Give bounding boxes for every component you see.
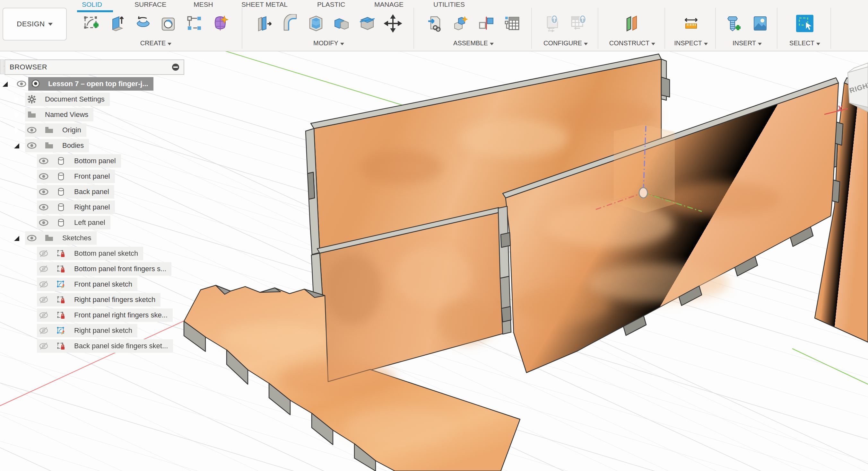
expanded-arrow-icon[interactable] [14, 143, 19, 148]
tab-manage[interactable]: MANAGE [374, 1, 403, 8]
browser-header[interactable]: BROWSER [4, 59, 184, 75]
visibility-eye-off-icon[interactable] [39, 341, 49, 351]
browser-grip[interactable] [0, 59, 4, 74]
tab-utilities[interactable]: UTILITIES [433, 1, 465, 8]
fillet-icon[interactable] [281, 14, 300, 33]
tab-mesh[interactable]: MESH [193, 1, 213, 8]
visibility-eye-icon[interactable] [39, 218, 49, 228]
visibility-eye-icon[interactable] [27, 233, 37, 243]
tree-row-bodies[interactable]: Bodies [0, 139, 193, 152]
tree-row-right-panel[interactable]: Right panel [0, 201, 193, 214]
sketch-editable-icon[interactable] [56, 326, 66, 335]
tree-row-origin[interactable]: Origin [0, 123, 193, 137]
split-body-icon[interactable] [358, 14, 376, 33]
visibility-eye-icon[interactable] [27, 141, 37, 150]
visibility-eye-icon[interactable] [39, 172, 49, 181]
collapsed-arrow-icon[interactable] [15, 127, 19, 133]
tree-row-left-panel[interactable]: Left panel [0, 216, 193, 229]
measure-icon[interactable] [682, 14, 701, 33]
tree-item[interactable]: Bottom panel front fingers s... [37, 262, 172, 276]
sketch-locked-icon[interactable] [56, 311, 66, 320]
folder-icon[interactable] [44, 233, 54, 243]
visibility-eye-icon[interactable] [39, 156, 49, 166]
revolve-icon[interactable] [134, 14, 153, 33]
tree-row-document-settings[interactable]: Document Settings [0, 92, 193, 106]
tree-row-bottom-panel-front-fingers-s[interactable]: Bottom panel front fingers s... [0, 262, 193, 276]
visibility-eye-icon[interactable] [27, 125, 37, 135]
create-sketch-icon[interactable] [83, 14, 101, 33]
tree-item[interactable]: Left panel [37, 216, 111, 229]
group-label-modify[interactable]: MODIFY [244, 39, 413, 47]
tree-row-named-views[interactable]: Named Views [0, 108, 193, 121]
insert-fastener-icon[interactable] [725, 14, 744, 33]
tree-item[interactable]: Bottom panel sketch [37, 247, 143, 260]
tree-row-bottom-panel[interactable]: Bottom panel [0, 154, 193, 168]
body-cylinder-icon[interactable] [56, 156, 66, 166]
tree-item[interactable]: Right panel sketch [37, 324, 137, 337]
construction-plane-icon[interactable] [623, 14, 642, 33]
tree-row-back-panel-side-fingers-sket[interactable]: Back panel side fingers sket... [0, 339, 193, 353]
sketch-editable-icon[interactable] [56, 279, 66, 289]
sketch-locked-icon[interactable] [56, 341, 66, 351]
tree-item[interactable]: Right panel [37, 201, 115, 214]
tab-surface[interactable]: SURFACE [134, 1, 166, 8]
sketch-locked-icon[interactable] [56, 264, 66, 274]
tree-row-lesson-7-open-top-finger-j[interactable]: Lesson 7 – open top finger-j... [0, 77, 193, 91]
group-label-assemble[interactable]: ASSEMBLE [416, 39, 531, 47]
hole-icon[interactable] [159, 14, 178, 33]
tree-item[interactable]: Front panel right fingers ske... [37, 308, 173, 322]
tree-item[interactable]: Back panel side fingers sket... [37, 339, 173, 353]
collapsed-arrow-icon[interactable] [15, 112, 19, 118]
visibility-eye-off-icon[interactable] [39, 279, 49, 289]
expanded-arrow-icon[interactable] [3, 82, 8, 87]
visibility-eye-off-icon[interactable] [39, 326, 49, 335]
group-label-create[interactable]: CREATE [70, 39, 242, 47]
visibility-eye-icon[interactable] [39, 187, 49, 197]
origin-point[interactable] [639, 188, 648, 198]
sketch-locked-icon[interactable] [56, 295, 66, 304]
gear-icon[interactable] [27, 94, 37, 104]
tree-row-front-panel-sketch[interactable]: Front panel sketch [0, 277, 193, 291]
group-label-inspect[interactable]: INSPECT [667, 39, 715, 47]
select-icon[interactable] [796, 14, 814, 33]
body-cylinder-icon[interactable] [56, 202, 66, 212]
rectangular-pattern-icon[interactable] [185, 14, 204, 33]
group-label-construct[interactable]: CONSTRUCT [600, 39, 664, 47]
collapsed-arrow-icon[interactable] [15, 96, 19, 102]
tree-item[interactable]: Document Settings [25, 92, 110, 106]
body-cylinder-icon[interactable] [56, 187, 66, 197]
visibility-eye-off-icon[interactable] [39, 249, 49, 258]
body-cylinder-icon[interactable] [56, 218, 66, 228]
bom-table-icon[interactable] [503, 14, 521, 33]
design-workspace-menu[interactable]: DESIGN [3, 8, 67, 40]
visibility-eye-off-icon[interactable] [39, 264, 49, 274]
tree-row-bottom-panel-sketch[interactable]: Bottom panel sketch [0, 247, 193, 260]
move-icon[interactable] [383, 14, 402, 33]
visibility-eye-off-icon[interactable] [39, 295, 49, 304]
tree-item[interactable]: Bodies [25, 139, 89, 152]
visibility-eye-off-icon[interactable] [39, 311, 49, 320]
joint-icon[interactable] [477, 14, 496, 33]
expanded-arrow-icon[interactable] [14, 236, 19, 241]
extrude-icon[interactable] [108, 14, 127, 33]
tree-item[interactable]: Front panel [37, 170, 115, 183]
shell-icon[interactable] [307, 14, 325, 33]
folder-icon[interactable] [44, 125, 54, 135]
tab-plastic[interactable]: PLASTIC [317, 1, 345, 8]
folder-icon[interactable] [44, 141, 54, 150]
insert-image-icon[interactable] [751, 14, 770, 33]
active-document-radio-icon[interactable] [31, 79, 40, 88]
tree-item[interactable]: Named Views [25, 108, 93, 121]
new-component-icon[interactable] [451, 14, 470, 33]
tree-item[interactable]: Bottom panel [37, 154, 121, 168]
tree-item[interactable]: Lesson 7 – open top finger-j... [28, 77, 153, 91]
tree-item[interactable]: Origin [25, 123, 86, 137]
visibility-eye-icon[interactable] [39, 202, 49, 212]
tab-sheet-metal[interactable]: SHEET METAL [241, 1, 288, 8]
configuration-icon[interactable] [544, 14, 562, 33]
press-pull-icon[interactable] [255, 14, 274, 33]
tree-item[interactable]: Right panel fingers sketch [37, 293, 160, 306]
collapse-browser-icon[interactable] [171, 62, 180, 72]
sketch-locked-icon[interactable] [56, 249, 66, 258]
tree-item[interactable]: Front panel sketch [37, 277, 137, 291]
